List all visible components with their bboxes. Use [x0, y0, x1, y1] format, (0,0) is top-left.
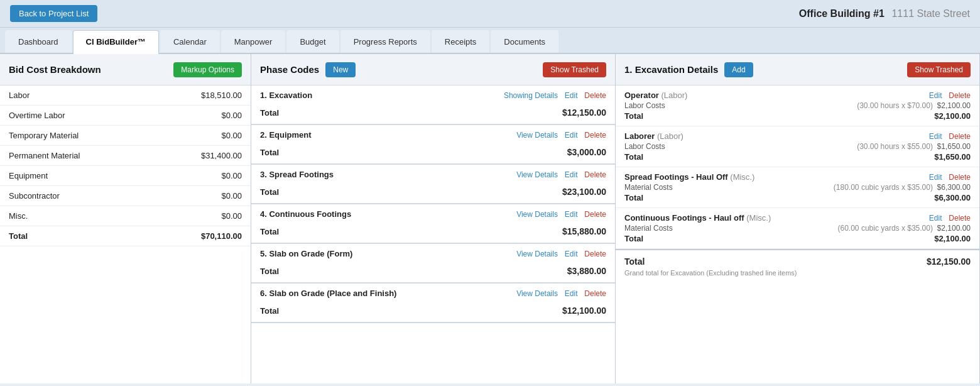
phase-edit[interactable]: Edit: [565, 210, 578, 219]
cost-row: Permanent Material$31,400.00: [0, 146, 251, 166]
show-trashed-phase-button[interactable]: Show Trashed: [543, 62, 606, 77]
phase-total-row: Total $23,100.00: [251, 184, 615, 204]
phase-edit[interactable]: Edit: [565, 91, 578, 100]
excavation-item-name: Operator (Labor): [624, 91, 687, 100]
excavation-item: Continuous Footings - Haul off (Misc.) E…: [616, 208, 979, 249]
cost-label: Equipment: [0, 166, 151, 186]
grand-total-value: $12,150.00: [927, 256, 971, 267]
cost-value: $0.00: [151, 106, 251, 126]
phase-total-value: $12,150.00: [456, 105, 615, 124]
tab-documents[interactable]: Documents: [491, 30, 558, 53]
phase-view-details[interactable]: View Details: [516, 210, 558, 219]
phase-view-details[interactable]: View Details: [516, 131, 558, 140]
phase-delete[interactable]: Delete: [584, 210, 606, 219]
cost-label: Misc.: [0, 206, 151, 226]
excavation-item: Spread Footings - Haul Off (Misc.) Edit …: [616, 167, 979, 208]
item-delete[interactable]: Delete: [949, 173, 971, 182]
phase-total-row: Total $12,100.00: [251, 303, 615, 323]
total-value: $70,110.00: [151, 226, 251, 246]
phase-codes-title: Phase Codes: [260, 64, 319, 75]
add-excavation-button[interactable]: Add: [724, 62, 753, 77]
phase-delete[interactable]: Delete: [584, 91, 606, 100]
excavation-header: 1. Excavation Details Add Show Trashed: [616, 54, 979, 85]
item-total-label: Total: [624, 111, 643, 121]
cost-row: Equipment$0.00: [0, 166, 251, 186]
excavation-item-header: Continuous Footings - Haul off (Misc.) E…: [624, 213, 971, 223]
grand-total-label: Total: [624, 256, 645, 267]
tab-budget[interactable]: Budget: [286, 30, 339, 53]
tab-manpower[interactable]: Manpower: [221, 30, 286, 53]
item-total-label: Total: [624, 193, 643, 202]
item-sub-detail-value: (60.00 cubic yards x $35.00) $2,100.00: [838, 224, 971, 233]
excavation-item-name: Spread Footings - Haul Off (Misc.): [624, 172, 754, 182]
phase-delete[interactable]: Delete: [584, 289, 606, 298]
cost-value: $18,510.00: [151, 85, 251, 106]
phase-view-details[interactable]: View Details: [516, 250, 558, 258]
item-delete[interactable]: Delete: [949, 214, 971, 223]
phase-delete[interactable]: Delete: [584, 131, 606, 140]
tab-ci-bidbuilder-[interactable]: CI BidBuilder™: [73, 30, 159, 54]
phase-edit[interactable]: Edit: [565, 250, 578, 258]
item-edit[interactable]: Edit: [929, 214, 942, 223]
excavation-item-header: Spread Footings - Haul Off (Misc.) Edit …: [624, 172, 971, 182]
phase-row: 2. Equipment View Details Edit Delete: [251, 124, 615, 145]
main-content: Bid Cost Breakdown Markup Options Labor$…: [0, 54, 980, 383]
item-sub-label: Labor Costs: [624, 142, 665, 151]
new-phase-button[interactable]: New: [325, 62, 356, 77]
show-trashed-excavation-button[interactable]: Show Trashed: [907, 62, 971, 77]
tab-bar: DashboardCI BidBuilder™CalendarManpowerB…: [0, 28, 980, 54]
item-edit[interactable]: Edit: [929, 132, 942, 141]
tab-progress-reports[interactable]: Progress Reports: [340, 30, 430, 53]
phase-total-row: Total $3,000.00: [251, 145, 615, 164]
cost-label: Permanent Material: [0, 146, 151, 166]
item-delete[interactable]: Delete: [949, 91, 971, 100]
item-total: Total $2,100.00: [624, 111, 971, 121]
phase-edit[interactable]: Edit: [565, 131, 578, 140]
phase-row: 5. Slab on Grade (Form) View Details Edi…: [251, 243, 615, 263]
item-total-label: Total: [624, 152, 643, 162]
item-name-text: Laborer: [624, 131, 655, 141]
item-edit[interactable]: Edit: [929, 91, 942, 100]
item-name-text: Operator: [624, 91, 659, 100]
phase-name: 5. Slab on Grade (Form): [251, 243, 456, 263]
phase-total-label: Total: [251, 263, 456, 283]
phase-view-details[interactable]: Showing Details: [504, 91, 558, 100]
item-total: Total $1,650.00: [624, 152, 971, 162]
phase-total-value: $3,000.00: [456, 145, 615, 164]
excavation-item: Laborer (Labor) Edit Delete Labor Costs …: [616, 126, 979, 167]
item-sub-detail: (30.00 hours x $55.00): [857, 142, 933, 151]
tab-receipts[interactable]: Receipts: [432, 30, 490, 53]
bid-cost-header-left: Bid Cost Breakdown: [9, 64, 101, 75]
phase-actions: View Details Edit Delete: [456, 283, 615, 303]
phase-edit[interactable]: Edit: [565, 170, 578, 179]
cost-total-row: Total$70,110.00: [0, 226, 251, 246]
item-sub: Labor Costs (30.00 hours x $55.00) $1,65…: [624, 142, 971, 151]
item-edit[interactable]: Edit: [929, 173, 942, 182]
markup-options-button[interactable]: Markup Options: [173, 62, 242, 77]
project-info: Office Building #1 1111 State Street: [799, 8, 970, 19]
phase-table: 1. Excavation Showing Details Edit Delet…: [251, 85, 615, 323]
item-type-text: (Labor): [657, 131, 683, 141]
item-sub: Material Costs (180.00 cubic yards x $35…: [624, 183, 971, 192]
phase-view-details[interactable]: View Details: [516, 289, 558, 298]
phase-view-details[interactable]: View Details: [516, 170, 558, 179]
item-sub-label: Material Costs: [624, 183, 673, 192]
phase-name: 4. Continuous Footings: [251, 204, 456, 224]
phase-codes-body: 1. Excavation Showing Details Edit Delet…: [251, 85, 615, 383]
tab-calendar[interactable]: Calendar: [160, 30, 220, 53]
phase-delete[interactable]: Delete: [584, 250, 606, 258]
total-label: Total: [0, 226, 151, 246]
cost-row: Labor$18,510.00: [0, 85, 251, 106]
back-to-project-button[interactable]: Back to Project List: [10, 5, 97, 22]
item-delete[interactable]: Delete: [949, 132, 971, 141]
item-sub: Labor Costs (30.00 hours x $70.00) $2,10…: [624, 101, 971, 110]
cost-row: Temporary Material$0.00: [0, 126, 251, 146]
tab-dashboard[interactable]: Dashboard: [5, 30, 72, 53]
phase-edit[interactable]: Edit: [565, 289, 578, 298]
item-total-value: $2,100.00: [934, 111, 971, 121]
phase-delete[interactable]: Delete: [584, 170, 606, 179]
cost-label: Temporary Material: [0, 126, 151, 146]
bid-cost-title: Bid Cost Breakdown: [9, 64, 101, 75]
phase-row: 6. Slab on Grade (Place and Finish) View…: [251, 283, 615, 303]
item-name-text: Spread Footings - Haul Off: [624, 172, 728, 182]
